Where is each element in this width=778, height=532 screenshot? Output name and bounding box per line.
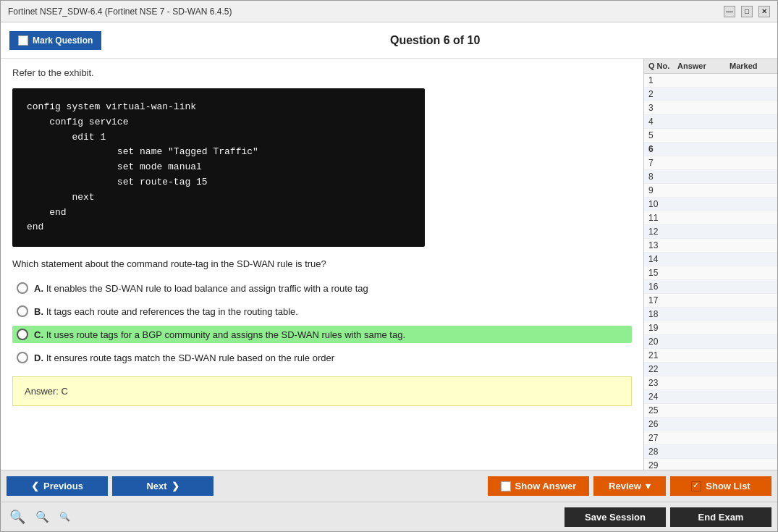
option-c-radio[interactable] <box>17 329 28 340</box>
side-panel-row[interactable]: 14 <box>644 253 777 266</box>
bottom-row1: ❮ Previous Next ❯ Show Answer Review ▾ S… <box>1 470 777 502</box>
option-d-radio[interactable] <box>17 352 28 363</box>
option-a-radio[interactable] <box>17 282 28 294</box>
side-panel-row[interactable]: 7 <box>644 156 777 170</box>
side-row-answer <box>677 227 730 237</box>
save-session-button[interactable]: Save Session <box>565 507 666 527</box>
side-row-marked <box>730 144 773 154</box>
side-row-answer <box>677 75 730 85</box>
side-row-num: 4 <box>648 117 677 127</box>
side-row-answer <box>677 392 730 402</box>
side-row-answer <box>677 144 730 154</box>
previous-button[interactable]: ❮ Previous <box>7 476 108 496</box>
toolbar: Mark Question Question 6 of 10 <box>1 22 777 59</box>
side-row-num: 15 <box>648 268 677 278</box>
option-c-label: C. It uses route tags for a BGP communit… <box>34 329 405 340</box>
next-arrow-icon: ❯ <box>172 481 179 491</box>
side-row-marked <box>730 405 773 415</box>
question-title: Question 6 of 10 <box>101 34 769 47</box>
option-b-row[interactable]: B. It tags each route and references the… <box>12 303 632 320</box>
side-row-answer <box>677 240 730 250</box>
side-row-marked <box>730 75 773 85</box>
side-panel-row[interactable]: 10 <box>644 198 777 211</box>
side-row-num: 19 <box>648 323 677 333</box>
side-row-marked <box>730 392 773 402</box>
save-session-label: Save Session <box>585 512 646 523</box>
side-panel-row[interactable]: 1 <box>644 74 777 88</box>
show-answer-button[interactable]: Show Answer <box>488 476 589 496</box>
question-area: Refer to the exhibit. config system virt… <box>1 59 643 470</box>
close-button[interactable]: ✕ <box>758 6 770 17</box>
side-row-answer <box>677 89 730 99</box>
side-panel-row[interactable]: 18 <box>644 308 777 321</box>
side-row-answer <box>677 364 730 374</box>
side-row-marked <box>730 378 773 388</box>
answer-text: Answer: C <box>25 386 68 397</box>
zoom-in-button[interactable]: 🔍 <box>56 510 73 523</box>
side-panel-row[interactable]: 9 <box>644 184 777 198</box>
side-panel-row[interactable]: 23 <box>644 376 777 390</box>
side-row-num: 25 <box>648 405 677 415</box>
side-panel-row[interactable]: 3 <box>644 101 777 115</box>
side-panel-row[interactable]: 19 <box>644 321 777 335</box>
side-panel-row[interactable]: 8 <box>644 170 777 184</box>
side-panel-row[interactable]: 21 <box>644 349 777 363</box>
side-row-num: 12 <box>648 227 677 237</box>
side-panel-row[interactable]: 4 <box>644 115 777 129</box>
side-panel-row[interactable]: 5 <box>644 129 777 143</box>
side-row-marked <box>730 172 773 182</box>
side-panel-row[interactable]: 27 <box>644 431 777 445</box>
show-list-button[interactable]: Show List <box>670 476 771 496</box>
side-row-marked <box>730 199 773 209</box>
option-c-row[interactable]: C. It uses route tags for a BGP communit… <box>12 326 632 343</box>
side-panel-row[interactable]: 22 <box>644 363 777 376</box>
mark-checkbox-icon <box>18 35 28 46</box>
side-row-num: 13 <box>648 240 677 250</box>
end-exam-button[interactable]: End Exam <box>670 507 771 527</box>
option-d-row[interactable]: D. It ensures route tags match the SD-WA… <box>12 349 632 366</box>
side-row-marked <box>730 130 773 140</box>
side-row-marked <box>730 295 773 305</box>
side-panel-row[interactable]: 6 <box>644 143 777 156</box>
side-row-marked <box>730 337 773 347</box>
next-button[interactable]: Next ❯ <box>112 476 213 496</box>
end-exam-label: End Exam <box>698 512 744 523</box>
side-panel-row[interactable]: 20 <box>644 335 777 349</box>
zoom-reset-button[interactable]: 🔍 <box>33 509 52 525</box>
side-row-answer <box>677 460 730 470</box>
zoom-out-button[interactable]: 🔍 <box>7 507 28 526</box>
side-panel-row[interactable]: 16 <box>644 280 777 294</box>
side-panel-row[interactable]: 24 <box>644 390 777 404</box>
side-row-num: 16 <box>648 282 677 292</box>
mark-question-button[interactable]: Mark Question <box>9 31 101 50</box>
side-row-num: 24 <box>648 392 677 402</box>
side-panel-row[interactable]: 25 <box>644 404 777 418</box>
side-row-num: 6 <box>648 144 677 154</box>
side-panel-row[interactable]: 2 <box>644 88 777 101</box>
side-panel-row[interactable]: 12 <box>644 225 777 239</box>
side-row-marked <box>730 268 773 278</box>
side-panel-row[interactable]: 11 <box>644 211 777 225</box>
side-row-answer <box>677 282 730 292</box>
side-panel-row[interactable]: 13 <box>644 239 777 253</box>
option-b-radio[interactable] <box>17 305 28 317</box>
review-button[interactable]: Review ▾ <box>593 476 666 496</box>
option-a-row[interactable]: A. It enables the SD-WAN rule to load ba… <box>12 279 632 297</box>
side-panel-row[interactable]: 17 <box>644 294 777 308</box>
side-row-marked <box>730 350 773 360</box>
maximize-button[interactable]: □ <box>741 6 753 17</box>
side-row-marked <box>730 185 773 195</box>
options-list: A. It enables the SD-WAN rule to load ba… <box>12 279 632 366</box>
side-row-marked <box>730 419 773 429</box>
side-row-answer <box>677 103 730 113</box>
minimize-button[interactable]: — <box>724 6 735 17</box>
side-panel-row[interactable]: 15 <box>644 266 777 280</box>
side-panel-row[interactable]: 29 <box>644 459 777 470</box>
show-list-checkbox-icon <box>691 481 701 491</box>
side-row-answer <box>677 447 730 457</box>
side-row-marked <box>730 433 773 443</box>
side-panel-row[interactable]: 26 <box>644 418 777 431</box>
side-row-num: 21 <box>648 350 677 360</box>
side-row-marked <box>730 447 773 457</box>
side-panel-row[interactable]: 28 <box>644 445 777 459</box>
